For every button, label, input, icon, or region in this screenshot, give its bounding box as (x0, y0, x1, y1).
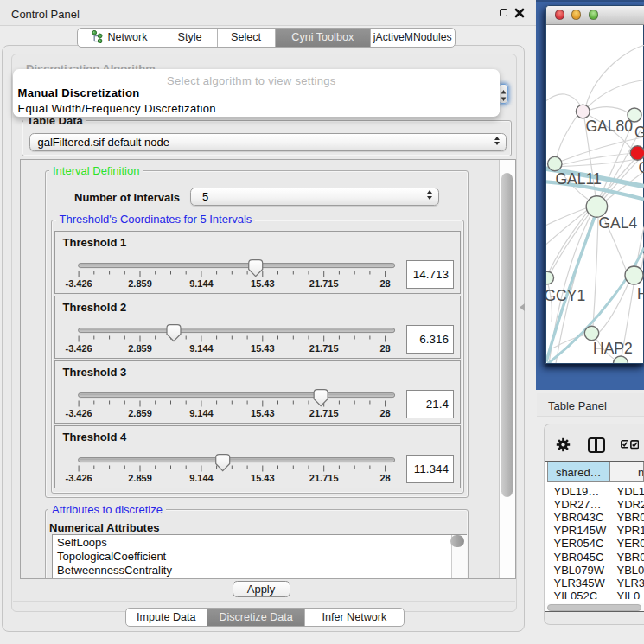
svg-text:15.43: 15.43 (251, 278, 275, 289)
svg-text:C: C (639, 159, 644, 176)
svg-text:28: 28 (379, 278, 390, 289)
svg-text:-3.426: -3.426 (65, 408, 92, 418)
svg-text:9.144: 9.144 (189, 473, 214, 483)
svg-text:28: 28 (379, 343, 390, 354)
svg-text:15.43: 15.43 (251, 473, 275, 483)
svg-text:15.43: 15.43 (251, 343, 275, 354)
svg-text:21.715: 21.715 (309, 278, 338, 289)
svg-text:9.144: 9.144 (189, 278, 214, 289)
svg-text:-3.426: -3.426 (65, 278, 92, 289)
svg-text:GCY1: GCY1 (546, 286, 585, 303)
svg-text:-3.426: -3.426 (65, 343, 92, 354)
svg-text:GAL80: GAL80 (586, 118, 634, 135)
svg-text:9.144: 9.144 (189, 408, 214, 418)
svg-text:GAL1: GAL1 (634, 124, 644, 141)
svg-text:2.859: 2.859 (128, 408, 152, 418)
svg-text:-3.426: -3.426 (65, 473, 92, 483)
svg-text:9.144: 9.144 (189, 343, 214, 354)
svg-text:GAL4: GAL4 (599, 214, 638, 232)
svg-text:21.715: 21.715 (309, 473, 338, 483)
svg-text:28: 28 (379, 473, 390, 483)
svg-text:15.43: 15.43 (251, 408, 275, 418)
svg-text:H: H (637, 284, 644, 302)
svg-text:2.859: 2.859 (128, 473, 152, 483)
svg-text:GAL11: GAL11 (556, 169, 602, 187)
svg-text:2.859: 2.859 (128, 343, 152, 354)
svg-text:HAP2: HAP2 (593, 340, 633, 357)
svg-text:21.715: 21.715 (309, 408, 338, 418)
svg-text:2.859: 2.859 (128, 278, 152, 289)
svg-text:21.715: 21.715 (309, 343, 338, 354)
svg-text:28: 28 (379, 408, 390, 418)
